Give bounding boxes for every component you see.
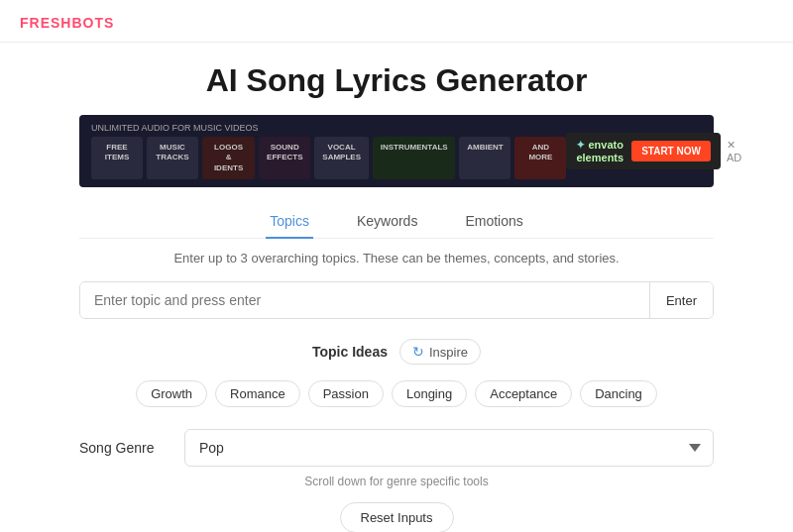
main-content: AI Song Lyrics Generator UNLIMITED AUDIO… xyxy=(0,43,793,532)
tab-keywords[interactable]: Keywords xyxy=(353,205,421,239)
ad-item-instrumentals[interactable]: INSTRUMENTALS xyxy=(373,137,455,179)
topic-ideas-label: Topic Ideas xyxy=(312,344,388,360)
inspire-button[interactable]: ↻ Inspire xyxy=(399,339,481,365)
reset-button[interactable]: Reset Inputs xyxy=(340,502,454,532)
inspire-label: Inspire xyxy=(429,345,468,360)
ad-item-free[interactable]: FREEITEMS xyxy=(91,137,143,179)
envato-box: ✦ envato elements START NOW xyxy=(566,133,721,169)
enter-button[interactable]: Enter xyxy=(649,282,713,318)
chip-romance[interactable]: Romance xyxy=(215,380,300,407)
page-title: AI Song Lyrics Generator xyxy=(79,62,714,99)
chip-growth[interactable]: Growth xyxy=(136,380,207,407)
start-now-button[interactable]: START NOW xyxy=(631,141,711,161)
envato-logo: ✦ envato elements xyxy=(576,139,623,163)
ad-item-vocal[interactable]: VOCALSAMPLES xyxy=(314,137,368,179)
topic-input-row: Enter xyxy=(79,281,714,319)
ad-item-music[interactable]: MUSICTRACKS xyxy=(147,137,198,179)
ad-item-sound[interactable]: SOUNDEFFECTS xyxy=(259,137,310,179)
refresh-icon: ↻ xyxy=(412,344,424,360)
tab-description: Enter up to 3 overarching topics. These … xyxy=(79,251,714,266)
header: FRESHBOTS xyxy=(0,0,793,43)
topic-ideas-row: Topic Ideas ↻ Inspire xyxy=(79,339,714,365)
tabs-container: Topics Keywords Emotions xyxy=(79,205,714,239)
ad-banner: UNLIMITED AUDIO FOR MUSIC VIDEOS FREEITE… xyxy=(79,115,714,187)
chip-dancing[interactable]: Dancing xyxy=(580,380,657,407)
genre-label: Song Genre xyxy=(79,440,169,456)
topic-chips: Growth Romance Passion Longing Acceptanc… xyxy=(79,380,714,407)
logo: FRESHBOTS xyxy=(20,15,114,31)
tab-emotions[interactable]: Emotions xyxy=(461,205,526,239)
chip-acceptance[interactable]: Acceptance xyxy=(475,380,572,407)
ad-item-ambient[interactable]: AMBIENT xyxy=(459,137,510,179)
ad-content: UNLIMITED AUDIO FOR MUSIC VIDEOS FREEITE… xyxy=(91,123,566,179)
scroll-hint: Scroll down for genre specific tools xyxy=(79,475,714,488)
chip-passion[interactable]: Passion xyxy=(308,380,384,407)
genre-select[interactable]: Pop Rap Rock Country Jazz Blues Classica… xyxy=(184,429,714,467)
ad-item-logos[interactable]: LOGOS& IDENTS xyxy=(202,137,255,179)
tab-topics[interactable]: Topics xyxy=(266,205,313,239)
ad-items: FREEITEMS MUSICTRACKS LOGOS& IDENTS SOUN… xyxy=(91,137,566,179)
ad-close-button[interactable]: ✕ AD xyxy=(727,139,741,163)
ad-item-more[interactable]: ANDMORE xyxy=(514,137,566,179)
genre-row: Song Genre Pop Rap Rock Country Jazz Blu… xyxy=(79,429,714,467)
chip-longing[interactable]: Longing xyxy=(392,380,467,407)
ad-label: UNLIMITED AUDIO FOR MUSIC VIDEOS xyxy=(91,123,566,133)
topic-input[interactable] xyxy=(80,282,649,318)
